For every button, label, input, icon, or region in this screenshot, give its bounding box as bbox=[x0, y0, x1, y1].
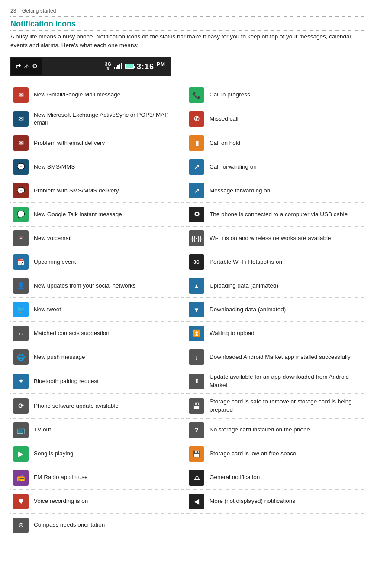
left-text-cell: Song is playing bbox=[31, 442, 178, 466]
signal-strength bbox=[114, 63, 122, 69]
table-row: 💬 Problem with SMS/MMS delivery ↗ Messag… bbox=[10, 179, 364, 203]
page-number: 23 bbox=[10, 8, 16, 14]
left-text-cell: Upcoming event bbox=[31, 250, 178, 274]
left-icon-cell: 🐦 bbox=[10, 298, 31, 322]
exchange_email-icon: ✉ bbox=[13, 111, 29, 127]
right-text-cell: Missed call bbox=[207, 107, 364, 131]
status-bar-left: ⇄ ⚠ ⚙ bbox=[11, 59, 42, 74]
table-row: ⊙ Compass needs orientation bbox=[10, 513, 364, 537]
storage_safe-icon: 💾 bbox=[189, 398, 204, 414]
row-divider bbox=[178, 369, 186, 394]
left-icon-cell: ↔ bbox=[10, 322, 31, 345]
table-row: 💬 New Google Talk instant message ⚙ The … bbox=[10, 203, 364, 227]
tv-icon: 📺 bbox=[13, 422, 29, 438]
row-divider bbox=[178, 83, 186, 107]
left-text-cell: Compass needs orientation bbox=[31, 513, 178, 537]
battery-icon bbox=[125, 64, 134, 69]
left-icon-cell: 💬 bbox=[10, 203, 31, 227]
right-icon-cell bbox=[186, 513, 207, 537]
table-row: 📻 FM Radio app in use ⚠ General notifica… bbox=[10, 466, 364, 489]
left-text-cell: Problem with email delivery bbox=[31, 131, 178, 155]
row-divider bbox=[178, 418, 186, 442]
left-icon-cell: 🎙 bbox=[10, 489, 31, 513]
right-text-cell: Message forwarding on bbox=[207, 179, 364, 203]
left-icon-cell: 💬 bbox=[10, 155, 31, 179]
usb-icon: ⚙ bbox=[189, 207, 204, 222]
right-icon-cell: ⚙ bbox=[186, 203, 207, 227]
table-row: ▶ Song is playing 💾 Storage card is low … bbox=[10, 442, 364, 466]
left-text-cell: Phone software update available bbox=[31, 394, 178, 419]
row-divider bbox=[178, 442, 186, 466]
notification-table: ✉ New Gmail/Google Mail message 📞 Call i… bbox=[10, 83, 364, 537]
row-divider bbox=[178, 489, 186, 513]
no_storage-icon: ? bbox=[189, 422, 204, 438]
left-text-cell: Problem with SMS/MMS delivery bbox=[31, 179, 178, 203]
left-icon-cell: ✦ bbox=[10, 369, 31, 394]
right-text-cell: Downloading data (animated) bbox=[207, 298, 364, 322]
left-icon-cell: 📺 bbox=[10, 418, 31, 442]
compass-icon: ⊙ bbox=[13, 518, 29, 533]
social-icon: 👤 bbox=[13, 278, 29, 294]
right-text-cell: Storage card is low on free space bbox=[207, 442, 364, 466]
right-text-cell: Call forwarding on bbox=[207, 155, 364, 179]
right-icon-cell: 💾 bbox=[186, 394, 207, 419]
right-icon-cell: ? bbox=[186, 418, 207, 442]
market_update-icon: ⬆ bbox=[189, 374, 204, 389]
left-text-cell: New Google Talk instant message bbox=[31, 203, 178, 227]
right-text-cell: Uploading data (animated) bbox=[207, 274, 364, 298]
call_in_progress-icon: 📞 bbox=[189, 87, 204, 103]
chapter-title: Getting started bbox=[22, 8, 56, 14]
sms-icon: 💬 bbox=[13, 159, 29, 175]
right-icon-cell: ↗ bbox=[186, 155, 207, 179]
right-text-cell: Call on hold bbox=[207, 131, 364, 155]
left-text-cell: Voice recording is on bbox=[31, 489, 178, 513]
row-divider bbox=[178, 131, 186, 155]
left-text-cell: Matched contacts suggestion bbox=[31, 322, 178, 345]
row-divider bbox=[178, 107, 186, 131]
left-text-cell: New tweet bbox=[31, 298, 178, 322]
left-icon-cell: 👤 bbox=[10, 274, 31, 298]
status-bar-mockup: ⇄ ⚠ ⚙ 3G ⇅ 3:16 PM bbox=[10, 57, 171, 76]
missed_call-icon: ✆ bbox=[189, 111, 204, 127]
phone_update-icon: ⟳ bbox=[13, 398, 29, 414]
download-icon: ▼ bbox=[189, 302, 204, 317]
right-text-cell: Update available for an app downloaded f… bbox=[207, 369, 364, 394]
left-icon-cell: ▶ bbox=[10, 442, 31, 466]
left-icon-cell: ✉ bbox=[10, 107, 31, 131]
left-text-cell: New push message bbox=[31, 345, 178, 369]
table-row: ✉ New Gmail/Google Mail message 📞 Call i… bbox=[10, 83, 364, 107]
right-icon-cell: ↓ bbox=[186, 345, 207, 369]
table-row: 🎙 Voice recording is on ◀ More (not disp… bbox=[10, 489, 364, 513]
right-text-cell: Downloaded Android Market app installed … bbox=[207, 345, 364, 369]
left-text-cell: FM Radio app in use bbox=[31, 466, 178, 489]
table-row: ⟳ Phone software update available 💾 Stor… bbox=[10, 394, 364, 419]
row-divider bbox=[178, 322, 186, 345]
left-text-cell: TV out bbox=[31, 418, 178, 442]
upload-icon: ▲ bbox=[189, 278, 204, 294]
row-divider bbox=[178, 394, 186, 419]
table-row: 📺 TV out ? No storage card installed on … bbox=[10, 418, 364, 442]
left-icon-cell: 📻 bbox=[10, 466, 31, 489]
right-icon-cell: ✆ bbox=[186, 107, 207, 131]
row-divider bbox=[178, 203, 186, 227]
bluetooth-icon: ✦ bbox=[13, 374, 29, 389]
left-text-cell: Bluetooth pairing request bbox=[31, 369, 178, 394]
table-row: 🐦 New tweet ▼ Downloading data (animated… bbox=[10, 298, 364, 322]
right-icon-cell: 💾 bbox=[186, 442, 207, 466]
table-row: 📅 Upcoming event 3G Portable Wi-Fi Hotsp… bbox=[10, 250, 364, 274]
row-divider bbox=[178, 179, 186, 203]
storage_low-icon: 💾 bbox=[189, 446, 204, 462]
left-text-cell: New SMS/MMS bbox=[31, 155, 178, 179]
left-text-cell: New updates from your social networks bbox=[31, 274, 178, 298]
wifi-icon: ((·)) bbox=[189, 230, 204, 246]
contacts-icon: ↔ bbox=[13, 326, 29, 341]
email_problem-icon: ✉ bbox=[13, 135, 29, 151]
row-divider bbox=[178, 298, 186, 322]
right-icon-cell: ⏫ bbox=[186, 322, 207, 345]
gmail-icon: ✉ bbox=[13, 87, 29, 103]
left-icon-cell: ✉ bbox=[10, 131, 31, 155]
warning-icon: ⚠ bbox=[24, 62, 29, 70]
message_forwarding-icon: ↗ bbox=[189, 183, 204, 198]
left-icon-cell: 📅 bbox=[10, 250, 31, 274]
right-icon-cell: ⚠ bbox=[186, 466, 207, 489]
